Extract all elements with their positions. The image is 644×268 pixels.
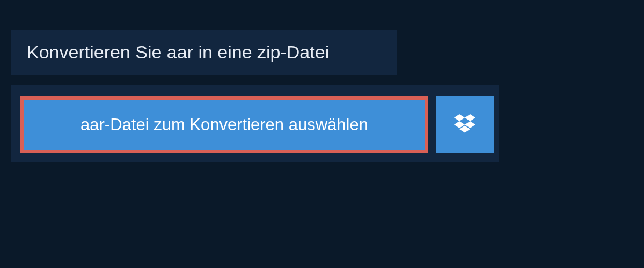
title-bar: Konvertieren Sie aar in eine zip-Datei — [11, 30, 397, 75]
button-row: aar-Datei zum Konvertieren auswählen — [20, 96, 494, 153]
page-title: Konvertieren Sie aar in eine zip-Datei — [27, 42, 381, 63]
select-file-button-label: aar-Datei zum Konvertieren auswählen — [80, 115, 368, 135]
dropbox-button[interactable] — [436, 96, 494, 153]
dropbox-icon — [454, 114, 475, 136]
select-file-button[interactable]: aar-Datei zum Konvertieren auswählen — [20, 96, 428, 153]
